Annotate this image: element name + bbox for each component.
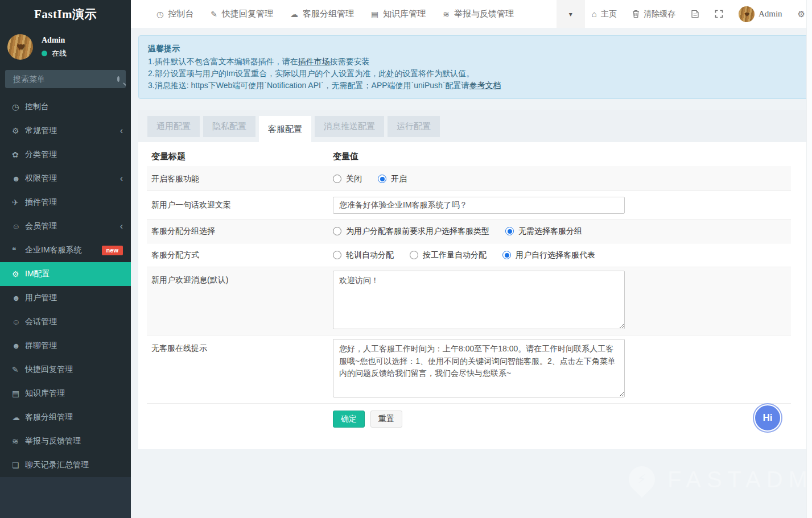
form-header-row: 变量标题 变量值 [147,147,791,167]
sidebar-item-im-config[interactable]: ⚙ IM配置 [0,262,131,286]
offline-tip-textarea[interactable]: 您好，人工客服工作时间为：上午8:00至下午18:00。请在工作时间联系人工客服… [333,339,625,397]
tab-runtime-config[interactable]: 运行配置 [388,116,440,137]
radio-icon[interactable] [333,227,341,235]
sidebar-item-session-manage[interactable]: ☺ 会话管理 [0,310,131,334]
language-button[interactable] [691,10,699,18]
config-tabs: 通用配置 隐私配置 客服配置 消息推送配置 运行配置 [138,110,811,142]
topbar-tab-knowledge[interactable]: ▤ 知识库管理 [362,0,434,28]
radio-option-require-type[interactable]: 为用户分配客服前要求用户选择客服类型 [333,226,489,237]
docs-link[interactable]: 参考文档 [469,81,501,90]
radio-option-by-workload[interactable]: 按工作量自动分配 [410,250,487,260]
tab-push-config[interactable]: 消息推送配置 [315,116,384,137]
settings-button[interactable]: ⚙ [798,9,805,19]
radio-icon[interactable] [502,251,511,259]
chat-fab-button[interactable]: Hi [754,404,781,432]
radio-option-round-robin[interactable]: 轮训自动分配 [333,250,394,260]
radio-option-open[interactable]: 开启 [378,174,407,184]
sidebar-item-auth[interactable]: ☻ 权限管理 ‹ [0,167,131,190]
sidebar-item-knowledge[interactable]: ▤ 知识库管理 [0,382,131,405]
gears-icon: ⚙ [12,126,25,135]
radio-icon[interactable] [378,175,386,183]
topbar-right: ⌂ 主页 清除缓存 [585,0,812,28]
users-icon: ☻ [12,341,25,350]
field-label: 新用户欢迎消息(默认) [147,267,333,291]
sidebar-item-addon[interactable]: ✈ 插件管理 [0,190,131,214]
tab-service-config[interactable]: 客服配置 [259,116,311,142]
comment-icon: ❝ [12,246,25,255]
welcome-message-textarea[interactable]: 欢迎访问！ [333,271,625,329]
sidebar-item-im-system[interactable]: ❝ 企业IM客服系统 new [0,238,131,262]
member-icon: ☺ [12,222,25,231]
radio-icon[interactable] [505,227,514,235]
radio-icon[interactable] [333,175,341,183]
user-name: Admin [42,36,67,45]
radio-icon[interactable] [410,251,418,259]
file-text-icon: ❏ [12,461,25,470]
fullscreen-button[interactable] [715,10,723,18]
sidebar-item-general[interactable]: ⚙ 常规管理 ‹ [0,119,131,143]
sidebar-item-member[interactable]: ☺ 会员管理 ‹ [0,214,131,238]
home-button[interactable]: ⌂ 主页 [592,9,617,19]
clear-cache-button[interactable]: 清除缓存 [632,9,675,19]
user-status: 在线 [52,48,67,59]
sidebar-item-user-manage[interactable]: ☻ 用户管理 [0,286,131,310]
alert-line-1: 1.插件默认不包含富文本编辑器插件，请在插件市场按需要安装 [148,56,802,68]
sidebar-item-quick-reply[interactable]: ✎ 快捷回复管理 [0,358,131,382]
reset-button[interactable]: 重置 [370,411,402,428]
book-icon: ▤ [12,389,25,398]
main-area: ◷ 控制台 ✎ 快捷回复管理 ☁ 客服分组管理 ▤ 知识库管理 ≋ 举报与反 [131,0,812,518]
menu-search-input[interactable] [12,74,117,84]
rss-icon: ≋ [443,10,450,19]
topbar-tab-report-feedback[interactable]: ≋ 举报与反馈管理 [434,0,522,28]
topbar-tab-quick-reply[interactable]: ✎ 快捷回复管理 [202,0,282,28]
translate-icon [691,10,699,18]
addon-market-link[interactable]: 插件市场 [298,57,330,66]
sidebar-item-dashboard[interactable]: ◷ 控制台 [0,95,131,119]
column-title: 变量标题 [147,147,333,167]
welcome-text-input[interactable] [333,197,625,214]
user-icon: ☺ [12,317,25,326]
sidebar: FastIm演示 ♥♥ Admin 在线 ◷ 控制台 [0,0,131,518]
form-row: 开启客服功能 关闭 开启 [147,167,791,190]
radio-option-user-choose[interactable]: 用户自行选择客服代表 [502,250,595,260]
sidebar-menu: ◷ 控制台 ⚙ 常规管理 ‹ ✿ 分类管理 ☻ 权限管理 ‹ ✈ 插件管理 [0,88,131,477]
sidebar-item-report-feedback[interactable]: ≋ 举报与反馈管理 [0,429,131,453]
tab-privacy-config[interactable]: 隐私配置 [203,116,255,137]
radio-option-close[interactable]: 关闭 [333,174,362,184]
sidebar-item-chat-records[interactable]: ❏ 聊天记录汇总管理 [0,453,131,477]
user-panel: ♥♥ Admin 在线 [0,28,131,68]
topbar-user-menu[interactable]: ♥♥ Admin [739,6,782,22]
avatar[interactable]: ♥♥ [7,34,33,60]
sidebar-item-category[interactable]: ✿ 分类管理 [0,143,131,167]
submit-button[interactable]: 确定 [333,411,365,428]
form-row: 新用户一句话欢迎文案 [147,190,791,219]
app-window: FastIm演示 ♥♥ Admin 在线 ◷ 控制台 [0,0,812,518]
online-status-icon [42,51,47,56]
tabs-dropdown-button[interactable]: ▾ [557,0,585,28]
leaf-icon: ✿ [12,150,25,159]
form-actions: 确定 重置 [147,404,791,428]
alert-line-3: 3.消息推送: https下Web端可使用`Notification API`，… [148,80,802,92]
topbar-tab-dashboard[interactable]: ◷ 控制台 [148,0,202,28]
book-icon: ▤ [371,10,378,19]
search-icon[interactable] [117,76,119,82]
rss-icon: ≋ [12,437,25,446]
info-alert: 温馨提示 1.插件默认不包含富文本编辑器插件，请在插件市场按需要安装 2.部分设… [138,35,811,99]
radio-icon[interactable] [333,251,341,259]
scrollbar-track[interactable] [806,0,812,518]
field-label: 新用户一句话欢迎文案 [147,194,333,216]
topbar: ◷ 控制台 ✎ 快捷回复管理 ☁ 客服分组管理 ▤ 知识库管理 ≋ 举报与反 [131,0,812,28]
alert-title: 温馨提示 [148,43,802,55]
users-icon: ☻ [12,174,25,183]
sidebar-item-service-group[interactable]: ☁ 客服分组管理 [0,405,131,429]
radio-option-no-group[interactable]: 无需选择客服分组 [505,226,582,237]
tab-general-config[interactable]: 通用配置 [147,116,200,137]
field-label: 无客服在线提示 [147,335,333,359]
fullscreen-icon [715,10,723,18]
alert-line-2: 2.部分设置项与用户的Im设置重合，实际以用户的个人设置为准，此处的设置将作为默… [148,68,802,80]
topbar-tab-service-group[interactable]: ☁ 客服分组管理 [282,0,362,28]
dashboard-icon: ◷ [156,10,163,19]
sidebar-item-group-chat[interactable]: ☻ 群聊管理 [0,334,131,358]
sidebar-header: FastIm演示 ♥♥ Admin 在线 [0,0,131,88]
field-label: 客服分配分组选择 [147,221,333,242]
